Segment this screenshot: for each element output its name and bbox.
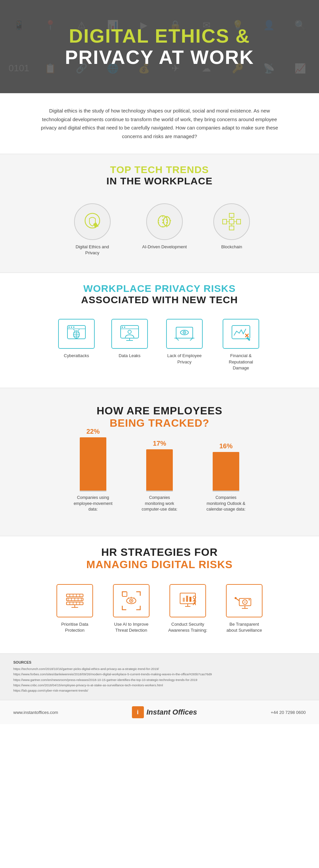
privacy-risks-section: WORKPLACE PRIVACY RISKS ASSOCIATED WITH … xyxy=(0,273,319,388)
data-leaks-icon xyxy=(111,319,148,349)
data-leaks-label: Data Leaks xyxy=(119,353,141,359)
svg-point-48 xyxy=(184,332,185,333)
strategy-item-1: Use AI to Improve Threat Detection xyxy=(111,584,151,633)
tech-trend-item-1: AI-Driven Development xyxy=(142,204,187,256)
sources-section: sources https://techcrunch.com/2018/10/1… xyxy=(0,654,319,700)
hr-strategies-row: Prioritise Data Protection xyxy=(0,578,319,637)
risk-item-privacy: Lack of Employee Privacy xyxy=(165,319,204,371)
svg-point-13 xyxy=(166,222,168,223)
bg-icon-19: 📡 xyxy=(263,63,275,74)
shield-cursor-svg xyxy=(81,210,104,233)
header-title-line2: PRIVACY AT WORK xyxy=(65,46,254,68)
strategy-item-3: Be Transparent about Surveillance xyxy=(224,584,264,633)
eye-laptop-icon xyxy=(166,319,203,349)
svg-rect-81 xyxy=(189,597,191,602)
svg-point-27 xyxy=(73,327,74,328)
bar-1 xyxy=(146,449,173,491)
source-0: https://techcrunch.com/2018/10/16/gartne… xyxy=(13,666,306,672)
privacy-risks-row: Cyberattacks Data Leaks xyxy=(0,312,319,374)
svg-rect-49 xyxy=(232,326,250,339)
camera-svg xyxy=(233,589,256,612)
svg-rect-54 xyxy=(67,602,83,605)
svg-rect-21 xyxy=(237,219,241,224)
svg-point-92 xyxy=(244,601,246,603)
svg-point-11 xyxy=(162,222,164,223)
instant-offices-logo: i Instant Offices xyxy=(132,706,197,718)
bar-group-0: 22% Companies using employee-movement da… xyxy=(73,428,113,513)
ai-driven-label: AI-Driven Development xyxy=(142,244,187,250)
blockchain-svg xyxy=(220,210,243,233)
security-training-icon xyxy=(170,584,206,617)
svg-line-44 xyxy=(176,338,179,340)
bar-label-2: Companies monitoring Outlook & calendar-… xyxy=(206,495,246,513)
security-training-label: Conduct Security Awareness Training: xyxy=(168,621,208,633)
ai-brain-icon xyxy=(146,204,183,240)
svg-point-74 xyxy=(131,600,132,601)
instant-offices-name: Instant Offices xyxy=(146,708,197,717)
bg-icon-10: 🔍 xyxy=(294,20,306,31)
svg-line-33 xyxy=(73,329,75,331)
bar-percent-0: 22% xyxy=(86,428,100,435)
svg-rect-80 xyxy=(186,596,188,602)
tech-trend-item-2: Blockchain xyxy=(213,204,250,256)
header-title: DIGITAL ETHICS & PRIVACY AT WORK xyxy=(65,25,254,68)
tracking-title-line2: BEING TRACKED? xyxy=(20,417,299,429)
svg-point-38 xyxy=(124,327,125,328)
bar-percent-1: 17% xyxy=(153,440,166,447)
footer: www.instantoffices.com i Instant Offices… xyxy=(0,700,319,724)
svg-point-25 xyxy=(68,327,70,328)
bar-base-0 xyxy=(80,491,106,492)
bug-svg xyxy=(65,324,88,344)
svg-rect-19 xyxy=(223,219,226,224)
svg-rect-35 xyxy=(120,326,139,338)
employee-privacy-label: Lack of Employee Privacy xyxy=(165,353,204,365)
bar-base-1 xyxy=(146,491,173,492)
bar-2 xyxy=(213,452,239,491)
bar-percent-2: 16% xyxy=(219,442,233,450)
privacy-risks-header: WORKPLACE PRIVACY RISKS ASSOCIATED WITH … xyxy=(0,273,319,312)
source-4: https://lab.gaapp.com/cyber-risk-managem… xyxy=(13,688,306,693)
tech-trends-title-colored: TOP TECH TRENDS xyxy=(20,164,299,176)
svg-point-37 xyxy=(121,327,123,328)
tech-trends-title-black: IN THE WORKPLACE xyxy=(20,176,299,187)
privacy-risks-title-colored: WORKPLACE PRIVACY RISKS xyxy=(20,283,299,294)
hr-strategies-header: HR STRATEGIES FOR MANAGING DIGITAL RISKS xyxy=(0,536,319,578)
svg-rect-17 xyxy=(229,226,234,230)
bg-icon-20: 📈 xyxy=(294,63,306,74)
blockchain-label: Blockchain xyxy=(221,244,242,250)
bar-label-0: Companies using employee-movement data: xyxy=(73,495,113,513)
intro-text: Digital ethics is the study of how techn… xyxy=(40,106,279,141)
svg-point-39 xyxy=(128,330,131,334)
tech-trends-icons-row: Digital Ethics and Privacy xyxy=(0,193,319,259)
eye-laptop-svg xyxy=(173,324,196,344)
header-title-line1: DIGITAL ETHICS & xyxy=(65,25,254,46)
source-1: https://www.forbes.com/sites/danleiwenre… xyxy=(13,672,306,677)
footer-phone: +44 20 7298 0600 xyxy=(271,710,306,715)
data-protection-icon xyxy=(57,584,93,617)
tech-trends-header: TOP TECH TRENDS IN THE WORKPLACE xyxy=(0,154,319,193)
tracking-title-line1: HOW ARE EMPLOYEES xyxy=(20,405,299,417)
svg-rect-15 xyxy=(229,213,234,217)
svg-point-12 xyxy=(166,219,168,221)
footer-url: www.instantoffices.com xyxy=(13,710,58,715)
bar-base-2 xyxy=(213,491,239,492)
presentation-svg xyxy=(176,589,199,612)
cyberattacks-label: Cyberattacks xyxy=(64,353,89,359)
tracking-header: HOW ARE EMPLOYEES BEING TRACKED? xyxy=(0,395,319,436)
sources-title: sources xyxy=(13,660,306,664)
svg-rect-70 xyxy=(122,592,127,596)
person-screen-svg xyxy=(118,324,141,344)
svg-point-94 xyxy=(235,597,237,599)
financial-icon xyxy=(223,319,259,349)
threat-detection-icon xyxy=(113,584,149,617)
svg-rect-14 xyxy=(229,219,234,224)
footer-logo: i Instant Offices xyxy=(132,706,197,718)
bg-icon-2: 📍 xyxy=(44,20,56,31)
risk-item-cyberattacks: Cyberattacks xyxy=(58,319,95,371)
tech-trends-section: TOP TECH TRENDS IN THE WORKPLACE Digital… xyxy=(0,154,319,273)
digital-ethics-label: Digital Ethics and Privacy xyxy=(69,244,116,256)
bar-label-1: Companies monitoring work computer-use d… xyxy=(140,495,179,513)
surveillance-label: Be Transparent about Surveillance xyxy=(224,621,264,633)
hr-strategies-section: HR STRATEGIES FOR MANAGING DIGITAL RISKS xyxy=(0,536,319,653)
bar-group-2: 16% Companies monitoring Outlook & calen… xyxy=(206,442,246,513)
